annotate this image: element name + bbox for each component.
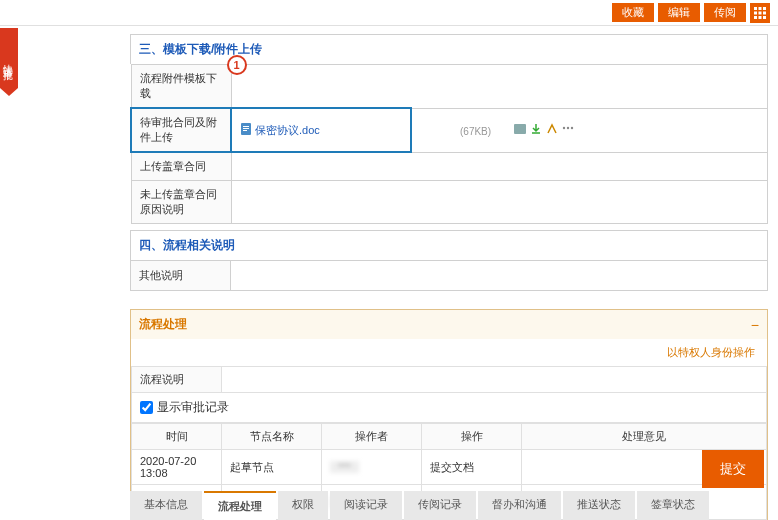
svg-rect-13 xyxy=(514,124,526,134)
template-download-label: 流程附件模板下载 xyxy=(131,65,231,109)
section4-table: 其他说明 xyxy=(130,260,768,291)
svg-rect-5 xyxy=(763,11,766,14)
file-meta: (67KB) xyxy=(411,108,768,152)
col-time: 时间 xyxy=(132,424,222,450)
svg-rect-2 xyxy=(763,7,766,10)
tab-permission[interactable]: 权限 xyxy=(278,491,328,520)
process-title: 流程处理 xyxy=(139,316,187,333)
svg-rect-7 xyxy=(759,16,762,19)
svg-rect-0 xyxy=(754,7,757,10)
svg-rect-12 xyxy=(243,130,247,131)
unsealed-reason-value xyxy=(231,181,768,224)
auth-link-row: 以特权人身份操作 xyxy=(131,339,767,366)
unsealed-reason-label: 未上传盖章合同原因说明 xyxy=(131,181,231,224)
sealed-upload-value xyxy=(231,152,768,181)
section4-title: 四、流程相关说明 xyxy=(130,230,768,260)
cell-time: 2020-07-20 13:08 xyxy=(132,450,222,485)
top-toolbar: 收藏 编辑 传阅 xyxy=(0,0,778,26)
other-notes-label: 其他说明 xyxy=(131,261,231,291)
svg-rect-11 xyxy=(243,128,249,129)
svg-point-16 xyxy=(571,127,573,129)
tab-basic[interactable]: 基本信息 xyxy=(130,491,202,520)
contract-upload-value: 保密协议.doc xyxy=(231,108,411,152)
bottom-tabs: 基本信息 流程处理 权限 阅读记录 传阅记录 督办和沟通 推送状态 签章状态 xyxy=(130,491,709,520)
grid-icon[interactable] xyxy=(750,3,770,23)
section3-table: 流程附件模板下载 1 待审批合同及附件上传 保密协议.doc (67KB) xyxy=(130,64,768,224)
svg-rect-8 xyxy=(763,16,766,19)
tab-readlog[interactable]: 阅读记录 xyxy=(330,491,402,520)
doc-icon xyxy=(240,123,252,137)
cell-action: 提交文档 xyxy=(422,450,522,485)
cell-operator: *** xyxy=(322,450,422,485)
tab-process[interactable]: 流程处理 xyxy=(204,491,276,520)
svg-rect-6 xyxy=(754,16,757,19)
col-node: 节点名称 xyxy=(222,424,322,450)
edit-button[interactable]: 编辑 xyxy=(658,3,700,22)
template-download-value: 1 xyxy=(231,65,768,109)
process-header: 流程处理 − xyxy=(131,310,767,339)
file-link[interactable]: 保密协议.doc xyxy=(240,123,320,138)
col-operator: 操作者 xyxy=(322,424,422,450)
tab-forwardlog[interactable]: 传阅记录 xyxy=(404,491,476,520)
preview-icon[interactable] xyxy=(514,123,526,135)
submit-button[interactable]: 提交 xyxy=(702,450,764,488)
contract-upload-label: 待审批合同及附件上传 xyxy=(131,108,231,152)
tab-pushstatus[interactable]: 推送状态 xyxy=(563,491,635,520)
process-section: 流程处理 − 以特权人身份操作 流程说明 显示审批记录 时间 节点名称 操作者 … xyxy=(130,309,768,520)
svg-rect-10 xyxy=(243,126,249,127)
badge-1: 1 xyxy=(227,55,247,75)
svg-rect-1 xyxy=(759,7,762,10)
sealed-upload-label: 上传盖章合同 xyxy=(131,152,231,181)
other-notes-value xyxy=(231,261,768,291)
show-records-checkbox[interactable] xyxy=(140,401,153,414)
table-row: 2020-07-20 13:08 起草节点 *** 提交文档 xyxy=(132,450,767,485)
file-name: 保密协议.doc xyxy=(255,123,320,138)
svg-point-14 xyxy=(563,127,565,129)
action-icon[interactable] xyxy=(546,123,558,135)
forward-button[interactable]: 传阅 xyxy=(704,3,746,22)
col-action: 操作 xyxy=(422,424,522,450)
main-content: 三、模板下载/附件上传 流程附件模板下载 1 待审批合同及附件上传 保密协议.d… xyxy=(130,26,768,520)
show-records-row: 显示审批记录 xyxy=(131,393,767,423)
favorite-button[interactable]: 收藏 xyxy=(612,3,654,22)
auth-link[interactable]: 以特权人身份操作 xyxy=(667,346,755,358)
svg-point-15 xyxy=(567,127,569,129)
more-icon[interactable] xyxy=(562,123,574,135)
svg-rect-3 xyxy=(754,11,757,14)
download-icon[interactable] xyxy=(530,123,542,135)
svg-rect-4 xyxy=(759,11,762,14)
col-opinion: 处理意见 xyxy=(522,424,767,450)
file-size: (67KB) xyxy=(460,126,491,137)
tab-signstatus[interactable]: 签章状态 xyxy=(637,491,709,520)
section3-title: 三、模板下载/附件上传 xyxy=(130,34,768,64)
collapse-icon[interactable]: − xyxy=(751,317,759,333)
show-records-label: 显示审批记录 xyxy=(157,399,229,416)
cell-node: 起草节点 xyxy=(222,450,322,485)
process-desc-label: 流程说明 xyxy=(132,367,222,393)
tab-supervise[interactable]: 督办和沟通 xyxy=(478,491,561,520)
quick-approval-bookmark[interactable]: 快速审批 xyxy=(0,28,18,88)
